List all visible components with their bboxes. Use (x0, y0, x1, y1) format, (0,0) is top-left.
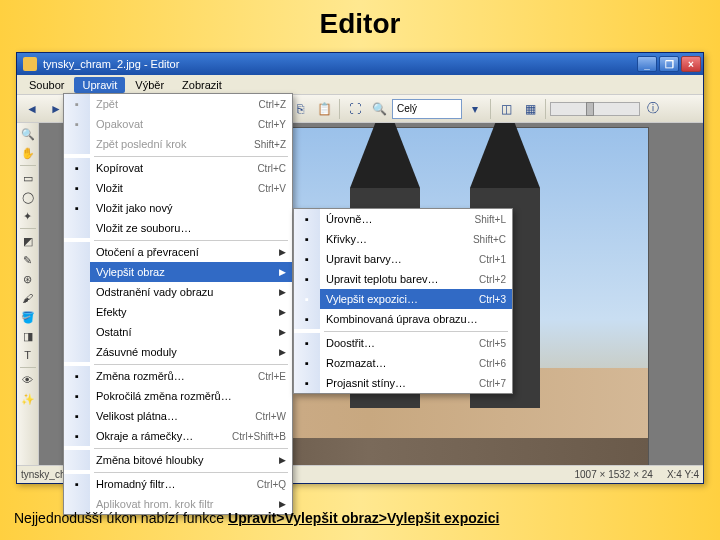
zoom-combo[interactable]: Celý (392, 99, 462, 119)
menu-shortcut: Ctrl+7 (473, 378, 506, 389)
menu-shortcut: Ctrl+6 (473, 358, 506, 369)
combined-icon: ▪ (294, 309, 320, 329)
effect-icon[interactable]: ✨ (19, 390, 37, 408)
menu-item[interactable]: ▪Projasnit stíny…Ctrl+7 (294, 373, 512, 393)
menu-item-label: Okraje a rámečky… (90, 430, 226, 442)
caption-path: Upravit>Vylepšit obraz>Vylepšit expozici (228, 510, 499, 526)
menu-select[interactable]: Výběr (127, 77, 172, 93)
lasso-icon[interactable]: ◯ (19, 188, 37, 206)
menu-item-label: Odstranění vady obrazu (90, 286, 273, 298)
menu-item: ▪ZpětCtrl+Z (64, 94, 292, 114)
menu-edit[interactable]: Upravit (74, 77, 125, 93)
photo-spire (470, 123, 540, 188)
menu-item-label: Vložit (90, 182, 252, 194)
menu-item-label: Zásuvné moduly (90, 346, 273, 358)
menu-shortcut: Ctrl+E (252, 371, 286, 382)
menu-item-label: Vložit ze souboru… (90, 222, 286, 234)
palette-sep (20, 165, 36, 166)
menu-shortcut: Ctrl+C (251, 163, 286, 174)
menu-shortcut: Ctrl+W (249, 411, 286, 422)
menu-item-label: Vylepšit obraz (90, 266, 273, 278)
redo-icon: ▪ (64, 114, 90, 134)
grid-icon[interactable]: ▦ (519, 98, 541, 120)
window-buttons: _ ❐ × (637, 56, 701, 72)
menu-item: ▪OpakovatCtrl+Y (64, 114, 292, 134)
menu-shortcut: Ctrl+1 (473, 254, 506, 265)
opacity-slider[interactable] (550, 102, 640, 116)
menu-item[interactable]: ▪Změna rozměrů…Ctrl+E (64, 366, 292, 386)
menu-separator (64, 238, 292, 242)
menu-item[interactable]: ▪Velikost plátna…Ctrl+W (64, 406, 292, 426)
minimize-button[interactable]: _ (637, 56, 657, 72)
info-icon[interactable]: ⓘ (642, 98, 664, 120)
menu-shortcut: Shift+L (469, 214, 506, 225)
paste-icon[interactable]: 📋 (313, 98, 335, 120)
menu-item[interactable]: ▪Křivky…Shift+C (294, 229, 512, 249)
palette-sep (20, 367, 36, 368)
menu-item-label: Kopírovat (90, 162, 251, 174)
fit-icon[interactable]: ⛶ (344, 98, 366, 120)
menu-item[interactable]: ▪Pokročilá změna rozměrů… (64, 386, 292, 406)
eyedrop-icon[interactable]: ✎ (19, 251, 37, 269)
menu-item[interactable]: Otočení a převracení▶ (64, 242, 292, 262)
erase-icon[interactable]: ◨ (19, 327, 37, 345)
close-button[interactable]: × (681, 56, 701, 72)
brush-icon[interactable]: 🖌 (19, 289, 37, 307)
hand-tool-icon[interactable]: ✋ (19, 144, 37, 162)
sharpen-icon: ▪ (294, 333, 320, 353)
menu-item[interactable]: ▪Úrovně…Shift+L (294, 209, 512, 229)
menu-item[interactable]: ▪Vložit jako nový (64, 198, 292, 218)
submenu-arrow-icon: ▶ (273, 267, 286, 277)
menu-item[interactable]: Odstranění vady obrazu▶ (64, 282, 292, 302)
crop-icon[interactable]: ◩ (19, 232, 37, 250)
fill-icon[interactable]: 🪣 (19, 308, 37, 326)
menu-item[interactable]: ▪KopírovatCtrl+C (64, 158, 292, 178)
menu-item[interactable]: ▪Doostřit…Ctrl+5 (294, 333, 512, 353)
menu-item[interactable]: Vylepšit obraz▶ (64, 262, 292, 282)
menu-item[interactable]: Změna bitové hloubky▶ (64, 450, 292, 470)
menu-item[interactable]: ▪Rozmazat…Ctrl+6 (294, 353, 512, 373)
zoom-tool-icon[interactable]: 🔍 (19, 125, 37, 143)
menu-item[interactable]: ▪Vylepšit expozici…Ctrl+3 (294, 289, 512, 309)
menu-shortcut: Ctrl+3 (473, 294, 506, 305)
menu-shortcut: Ctrl+2 (473, 274, 506, 285)
menu-item-label: Efekty (90, 306, 273, 318)
menu-item-label: Úrovně… (320, 213, 469, 225)
wand-icon[interactable]: ✦ (19, 207, 37, 225)
menu-item[interactable]: ▪Upravit teplotu barev…Ctrl+2 (294, 269, 512, 289)
menu-separator (64, 470, 292, 474)
menu-item[interactable]: Efekty▶ (64, 302, 292, 322)
toolbar-sep (490, 99, 491, 119)
menu-item-label: Změna bitové hloubky (90, 454, 273, 466)
colors-icon: ▪ (294, 249, 320, 269)
menu-file[interactable]: Soubor (21, 77, 72, 93)
crop-icon: ▪ (64, 386, 90, 406)
split-icon[interactable]: ◫ (495, 98, 517, 120)
rect-select-icon[interactable]: ▭ (19, 169, 37, 187)
menu-item[interactable]: ▪Okraje a rámečky…Ctrl+Shift+B (64, 426, 292, 446)
menu-item[interactable]: Ostatní▶ (64, 322, 292, 342)
menu-item[interactable]: Zásuvné moduly▶ (64, 342, 292, 362)
menu-item[interactable]: ▪Hromadný filtr…Ctrl+Q (64, 474, 292, 494)
submenu-arrow-icon: ▶ (273, 347, 286, 357)
menu-item[interactable]: ▪Kombinovaná úprava obrazu… (294, 309, 512, 329)
menu-item[interactable]: ▪VložitCtrl+V (64, 178, 292, 198)
menu-item[interactable]: Vložit ze souboru… (64, 218, 292, 238)
menu-item[interactable]: ▪Upravit barvy…Ctrl+1 (294, 249, 512, 269)
text-icon[interactable]: T (19, 346, 37, 364)
levels-icon: ▪ (294, 209, 320, 229)
redeye-icon[interactable]: 👁 (19, 371, 37, 389)
blank-icon (64, 218, 90, 238)
stamp-icon[interactable]: ⊛ (19, 270, 37, 288)
zoom1-icon[interactable]: 🔍 (368, 98, 390, 120)
prev-icon[interactable]: ◄ (21, 98, 43, 120)
caption-prefix: Nejjednodušší úkon nabízí funkce (14, 510, 228, 526)
maximize-button[interactable]: ❐ (659, 56, 679, 72)
submenu-arrow-icon: ▶ (273, 307, 286, 317)
menu-item-label: Vložit jako nový (90, 202, 286, 214)
menu-view[interactable]: Zobrazit (174, 77, 230, 93)
blank-icon (64, 242, 90, 262)
dropdown-icon[interactable]: ▾ (464, 98, 486, 120)
menu-item-label: Projasnit stíny… (320, 377, 473, 389)
photo-spire (350, 123, 420, 188)
